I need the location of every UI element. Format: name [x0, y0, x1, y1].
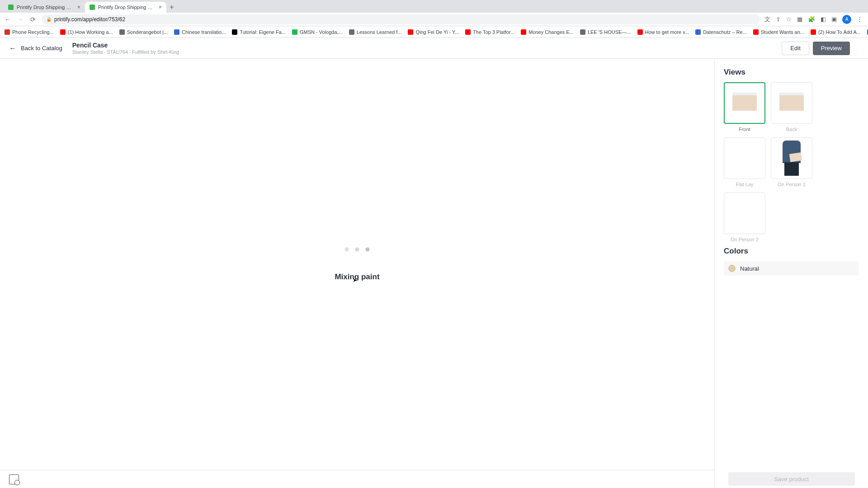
bookmark-item[interactable]: (2) How To Add A...: [811, 29, 861, 35]
bookmark-label: Sonderangebot |...: [127, 29, 168, 35]
bookmark-label: The Top 3 Platfor...: [473, 29, 514, 35]
address-bar[interactable]: 🔒 printify.com/app/editor/753/62: [42, 14, 760, 24]
url-text: printify.com/app/editor/753/62: [54, 16, 125, 23]
color-option[interactable]: Natural: [724, 261, 859, 276]
bookmark-label: (2) How To Add A...: [818, 29, 861, 35]
bookmark-favicon-icon: [465, 29, 471, 35]
view-label: Back: [771, 127, 812, 132]
bookmark-favicon-icon: [811, 29, 816, 35]
loading-text: Mixing paint: [335, 272, 379, 282]
app-header: ← Back to Catalog Pencil Case Stanley St…: [0, 38, 868, 59]
favicon-icon: [90, 5, 95, 10]
close-icon[interactable]: ×: [77, 4, 80, 10]
tab-title: Printify Drop Shipping Print o: [98, 5, 155, 10]
color-name: Natural: [740, 265, 759, 272]
bookmark-favicon-icon: [5, 29, 10, 35]
menu-icon[interactable]: ⋮: [857, 16, 863, 23]
view-option[interactable]: Back: [771, 82, 812, 132]
save-product-button[interactable]: Save product: [728, 472, 855, 486]
bookmark-item[interactable]: Qing Fei De Yi - Y...: [408, 29, 459, 35]
bookmark-item[interactable]: Datenschutz – Re...: [695, 29, 747, 35]
bookmark-item[interactable]: LEE 'S HOUSE—...: [580, 29, 631, 35]
bookmark-favicon-icon: [753, 29, 759, 35]
bookmark-favicon-icon: [580, 29, 585, 35]
view-option[interactable]: On Person 2: [724, 192, 765, 242]
bookmark-label: Money Changes E...: [528, 29, 574, 35]
browser-tab[interactable]: Printify Drop Shipping Print o ×: [85, 2, 166, 13]
bookmark-favicon-icon: [232, 29, 237, 35]
arrow-left-icon: ←: [9, 44, 16, 52]
translate-icon[interactable]: 文: [764, 15, 770, 23]
product-subtitle: Stanley Stella · STAU764 · Fulfilled by …: [72, 49, 179, 55]
bookmark-label: Datenschutz – Re...: [703, 29, 747, 35]
view-thumbnail: [724, 82, 765, 124]
view-thumbnail: [771, 82, 812, 124]
view-thumbnail: [724, 192, 765, 234]
bookmark-label: Student Wants an...: [761, 29, 804, 35]
profile-avatar-icon[interactable]: A: [842, 15, 851, 24]
extension-icon[interactable]: ▣: [831, 16, 837, 23]
bookmark-favicon-icon: [349, 29, 354, 35]
back-icon[interactable]: ←: [4, 16, 12, 23]
toolbar-icons: 文 ⇪ ☆ ▦ 🧩 ◧ ▣ A ⋮: [764, 15, 864, 24]
extension-icon[interactable]: ◧: [821, 16, 826, 23]
bookmark-item[interactable]: Phone Recycling...: [5, 29, 54, 35]
product-title: Pencil Case: [72, 42, 179, 49]
side-panel: Views FrontBackFlat LayOn Person 1On Per…: [714, 59, 868, 470]
side-panel-footer: Save product: [714, 470, 868, 488]
loading-indicator: Mixing paint: [335, 248, 379, 282]
view-option[interactable]: On Person 1: [771, 137, 812, 187]
bookmark-favicon-icon: [292, 29, 297, 35]
bookmark-label: Lessons Learned f...: [357, 29, 402, 35]
view-option[interactable]: Front: [724, 82, 765, 132]
bookmark-favicon-icon: [60, 29, 66, 35]
new-tab-button[interactable]: +: [166, 2, 177, 13]
browser-tab[interactable]: Printify Drop Shipping & Printi ×: [4, 2, 85, 13]
bookmark-favicon-icon: [637, 29, 643, 35]
bookmark-favicon-icon: [695, 29, 701, 35]
bookmark-item[interactable]: Chinese translatio...: [174, 29, 226, 35]
app-body: Mixing paint ➤ Views FrontBackFlat LayOn…: [0, 59, 868, 470]
view-option[interactable]: Flat Lay: [724, 137, 765, 187]
view-label: On Person 1: [771, 182, 812, 187]
puzzle-icon[interactable]: 🧩: [808, 16, 815, 23]
bookmarks-bar: Phone Recycling...(1) How Working a...So…: [0, 26, 868, 38]
bookmark-item[interactable]: How to get more v...: [637, 29, 689, 35]
bookmark-label: Phone Recycling...: [12, 29, 54, 35]
bookmark-item[interactable]: The Top 3 Platfor...: [465, 29, 514, 35]
view-label: Flat Lay: [724, 182, 765, 187]
back-to-catalog-link[interactable]: ← Back to Catalog: [9, 44, 62, 52]
preview-button[interactable]: Preview: [813, 42, 850, 55]
bookmark-label: How to get more v...: [645, 29, 689, 35]
bookmark-item[interactable]: Lessons Learned f...: [349, 29, 402, 35]
bookmark-item[interactable]: Sonderangebot |...: [119, 29, 168, 35]
star-icon[interactable]: ☆: [786, 16, 792, 23]
bookmark-item[interactable]: Student Wants an...: [753, 29, 804, 35]
editor-canvas: Mixing paint ➤: [0, 59, 714, 470]
close-icon[interactable]: ×: [159, 4, 162, 10]
reload-icon[interactable]: ⟳: [29, 16, 37, 23]
bookmark-item[interactable]: Tutorial: Eigene Fa...: [232, 29, 286, 35]
extension-icon[interactable]: ▦: [797, 16, 802, 23]
product-info: Pencil Case Stanley Stella · STAU764 · F…: [72, 42, 179, 55]
bookmark-item[interactable]: GMSN - Vologda,...: [292, 29, 343, 35]
views-heading: Views: [724, 68, 859, 77]
view-label: On Person 2: [724, 237, 765, 242]
tab-title: Printify Drop Shipping & Printi: [17, 5, 74, 10]
bookmark-item[interactable]: (1) How Working a...: [60, 29, 113, 35]
image-settings-icon[interactable]: [9, 474, 19, 484]
back-label: Back to Catalog: [21, 45, 62, 52]
address-bar-row: ← → ⟳ 🔒 printify.com/app/editor/753/62 文…: [0, 13, 868, 26]
bookmark-label: Chinese translatio...: [182, 29, 226, 35]
bookmark-label: Tutorial: Eigene Fa...: [240, 29, 286, 35]
bookmark-favicon-icon: [408, 29, 413, 35]
bookmark-favicon-icon: [119, 29, 125, 35]
colors-heading: Colors: [724, 247, 859, 256]
bookmark-item[interactable]: Money Changes E...: [521, 29, 574, 35]
bookmark-label: GMSN - Vologda,...: [300, 29, 343, 35]
share-icon[interactable]: ⇪: [776, 16, 781, 23]
browser-chrome: Printify Drop Shipping & Printi × Printi…: [0, 0, 868, 38]
edit-button[interactable]: Edit: [782, 42, 809, 55]
bookmark-label: (1) How Working a...: [68, 29, 113, 35]
tab-strip: Printify Drop Shipping & Printi × Printi…: [0, 0, 868, 13]
